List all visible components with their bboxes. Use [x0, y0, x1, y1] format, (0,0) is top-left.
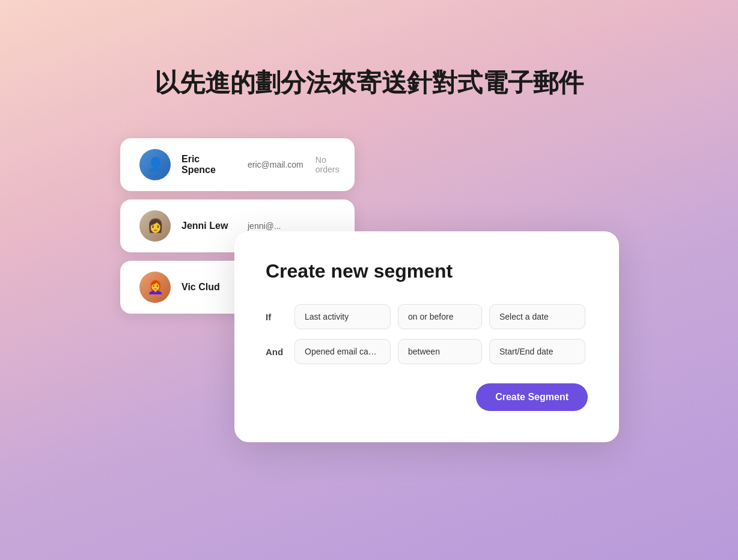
avatar-vic: 👩‍🦰 [139, 272, 171, 303]
contact-info-jenni: Jenni Lew jenni@... [181, 221, 335, 231]
contact-name-eric: Eric Spence [181, 154, 236, 175]
field-last-activity[interactable]: Last activity [294, 304, 391, 329]
modal-footer: Create Segment [266, 374, 588, 411]
field-start-end-date[interactable]: Start/End date [489, 339, 585, 364]
condition-row-if: If Last activity on or before Select a d… [266, 304, 588, 329]
condition-row-and: And Opened email cam... between Start/En… [266, 339, 588, 364]
contact-email-eric: eric@mail.com [248, 160, 303, 169]
create-segment-button[interactable]: Create Segment [476, 383, 588, 411]
contact-info-eric: Eric Spence eric@mail.com No orders [181, 154, 339, 175]
field-select-date[interactable]: Select a date [489, 304, 585, 329]
contact-email-jenni: jenni@... [248, 221, 281, 231]
avatar-jenni: 👩 [139, 210, 171, 242]
modal-title: Create new segment [266, 260, 588, 282]
page-title: 以先進的劃分法來寄送針對式電子郵件 [154, 66, 584, 100]
avatar-eric: 👤 [139, 149, 171, 180]
create-segment-modal: Create new segment If Last activity on o… [234, 231, 619, 442]
condition-label-if: If [266, 312, 287, 322]
condition-label-and: And [266, 347, 287, 357]
contact-card-eric: 👤 Eric Spence eric@mail.com No orders [120, 138, 355, 191]
field-between[interactable]: between [398, 339, 482, 364]
field-opened-email[interactable]: Opened email cam... [294, 339, 391, 364]
contact-name-vic: Vic Clud [181, 282, 236, 293]
contact-name-jenni: Jenni Lew [181, 221, 236, 231]
contact-status-eric: No orders [316, 155, 340, 174]
field-on-or-before[interactable]: on or before [398, 304, 482, 329]
